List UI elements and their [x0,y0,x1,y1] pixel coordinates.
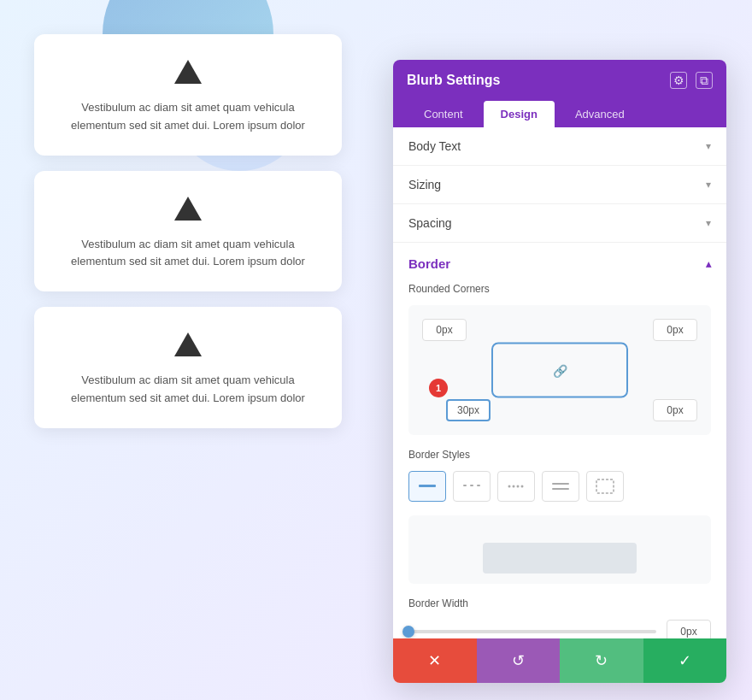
border-section: Border ▴ Rounded Corners 🔗 1 [393,243,726,683]
panel-body: Body Text ▾ Sizing ▾ Spacing ▾ Border ▴ … [393,127,726,683]
corner-tl-input[interactable] [422,319,467,341]
panel-title: Blurb Settings [407,73,500,88]
svg-rect-9 [552,488,569,490]
tab-content[interactable]: Content [407,101,480,127]
card-text-1: Vestibulum ac diam sit amet quam vehicul… [55,99,321,135]
border-style-none[interactable] [586,471,624,502]
border-title-row[interactable]: Border ▴ [408,256,711,271]
panel-tabs: Content Design Advanced [393,101,726,127]
redo-icon: ↻ [595,651,608,670]
card-2: Vestibulum ac diam sit amet quam vehicul… [34,171,342,292]
card-1: Vestibulum ac diam sit amet quam vehicul… [34,34,342,156]
corner-preview-box: 🔗 [491,343,628,398]
color-preview-area [408,515,711,584]
svg-rect-10 [596,479,614,493]
tab-design[interactable]: Design [484,101,555,127]
border-style-dotted[interactable] [497,471,535,502]
card-icon-3 [174,332,202,356]
cancel-button[interactable]: ✕ [393,638,477,683]
redo-button[interactable]: ↻ [560,638,643,683]
corner-tr-input[interactable] [653,319,697,341]
svg-rect-2 [470,485,473,486]
svg-rect-0 [419,485,436,487]
panel-header-icons: ⚙ ⧉ [670,72,713,89]
svg-point-5 [513,485,515,488]
spacing-chevron: ▾ [706,217,711,229]
rounded-corners-area: 🔗 1 [408,305,711,435]
corner-inputs-grid: 🔗 1 [422,319,697,421]
border-title: Border [408,256,450,271]
border-style-solid[interactable] [408,471,446,502]
spacing-label: Spacing [408,216,452,230]
color-bar [483,543,637,574]
save-icon: ✓ [679,651,691,670]
close-icon[interactable]: ⧉ [696,72,713,89]
body-text-label: Body Text [408,139,461,153]
card-3: Vestibulum ac diam sit amet quam vehicul… [34,307,342,428]
corner-bl-input[interactable] [446,399,491,421]
svg-point-7 [521,485,524,488]
reset-icon: ↺ [512,651,525,670]
svg-rect-8 [552,483,569,485]
border-chevron-up: ▴ [706,258,711,270]
settings-icon[interactable]: ⚙ [670,72,687,89]
save-button[interactable]: ✓ [643,638,727,683]
card-icon-2 [174,197,202,221]
border-styles-label: Border Styles [408,449,711,461]
border-width-label: Border Width [408,597,711,609]
border-styles-section: Border Styles [408,449,711,502]
corner-br-input[interactable] [653,399,697,421]
svg-rect-1 [463,485,467,486]
border-style-dashed[interactable] [453,471,491,502]
reset-button[interactable]: ↺ [477,638,561,683]
svg-rect-3 [477,485,480,486]
slider-thumb[interactable] [402,626,414,638]
border-width-slider[interactable] [408,630,656,633]
card-text-3: Vestibulum ac diam sit amet quam vehicul… [55,372,321,408]
link-icon: 🔗 [553,363,567,377]
border-style-double[interactable] [542,471,579,502]
sizing-chevron: ▾ [706,179,711,191]
card-icon-1 [174,60,202,84]
section-spacing[interactable]: Spacing ▾ [393,204,726,243]
cancel-icon: ✕ [428,651,441,670]
rounded-corners-label: Rounded Corners [408,283,711,295]
bottom-toolbar: ✕ ↺ ↻ ✓ [393,638,726,683]
section-body-text[interactable]: Body Text ▾ [393,127,726,166]
panel-header: Blurb Settings ⚙ ⧉ [393,60,726,101]
card-text-2: Vestibulum ac diam sit amet quam vehicul… [55,236,321,272]
svg-point-6 [517,485,520,488]
border-width-section: Border Width [408,597,711,644]
tab-advanced[interactable]: Advanced [558,101,642,127]
badge-number: 1 [429,379,448,397]
section-sizing[interactable]: Sizing ▾ [393,166,726,204]
border-styles-grid [408,471,711,502]
body-text-chevron: ▾ [706,140,711,152]
sizing-label: Sizing [408,178,441,191]
cards-container: Vestibulum ac diam sit amet quam vehicul… [34,34,342,444]
blurb-settings-panel: Blurb Settings ⚙ ⧉ Content Design Advanc… [393,60,726,683]
svg-point-4 [508,485,511,488]
